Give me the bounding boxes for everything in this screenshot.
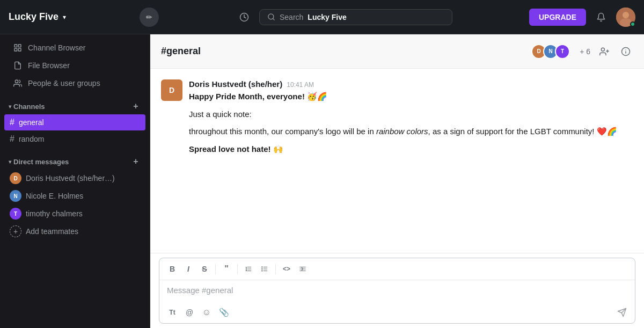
chat-header: #general D N T + 6	[150, 34, 644, 69]
dm-name-doris: Doris Hustvedt (she/her…)	[26, 174, 115, 183]
topbar: Lucky Five ▾ ✏ Search Lucky Five UPGRADE	[0, 0, 644, 34]
channel-hash-general: #	[10, 118, 14, 127]
channel-name-random: random	[19, 135, 44, 143]
workspace-name[interactable]: Lucky Five	[9, 11, 58, 23]
search-label: Search	[280, 13, 303, 21]
svg-line-2	[273, 18, 274, 20]
people-user-groups-label: People & user groups	[28, 79, 100, 88]
at-mention-button[interactable]: @	[182, 305, 197, 320]
toolbar-sep-2	[237, 264, 238, 274]
file-browser-icon	[13, 61, 23, 70]
message-paragraph-2: Just a quick note:	[189, 108, 633, 121]
toolbar-sep-1	[215, 264, 216, 274]
message-paragraph-1: Happy Pride Month, everyone! 🥳🌈	[189, 91, 633, 103]
add-channel-button[interactable]: +	[130, 101, 141, 112]
unordered-list-button[interactable]	[257, 261, 272, 276]
attach-file-button[interactable]: 📎	[216, 305, 231, 320]
indent-icon	[299, 265, 306, 273]
dm-avatar-nicole: N	[10, 190, 21, 202]
chat-area: #general D N T + 6 D	[150, 34, 644, 328]
history-button[interactable]	[236, 9, 253, 26]
code-button[interactable]: <>	[279, 261, 294, 276]
channel-item-random[interactable]: # random	[4, 131, 145, 147]
dm-label: Direct messages	[13, 158, 69, 166]
sidebar-item-channel-browser[interactable]: Channel Browser	[4, 39, 145, 56]
unordered-list-icon	[261, 265, 268, 273]
chat-messages: D Doris Hustvedt (she/her) 10:41 AM Happ…	[150, 69, 644, 253]
message-header-1: Doris Hustvedt (she/her) 10:41 AM	[189, 79, 633, 89]
chat-channel-title: #general	[161, 46, 201, 57]
svg-point-24	[262, 268, 262, 269]
dm-item-doris[interactable]: D Doris Hustvedt (she/her…)	[4, 170, 145, 187]
bold-button[interactable]: B	[165, 261, 180, 276]
send-button[interactable]	[614, 305, 630, 320]
message-text-1: Happy Pride Month, everyone! 🥳🌈 Just a q…	[189, 91, 633, 155]
svg-point-11	[601, 48, 604, 51]
message-1: D Doris Hustvedt (she/her) 10:41 AM Happ…	[161, 79, 633, 155]
composer: B I S " <>	[150, 253, 644, 328]
message-placeholder: Message #general	[167, 286, 233, 295]
add-teammates-label: Add teammates	[26, 227, 78, 236]
svg-rect-6	[14, 45, 17, 47]
svg-point-23	[262, 267, 262, 267]
search-icon	[267, 13, 275, 21]
main-layout: Channel Browser File Browser People & us…	[0, 34, 644, 328]
dm-item-nicole[interactable]: N Nicole E. Holmes	[4, 187, 145, 205]
workspace-chevron[interactable]: ▾	[63, 13, 66, 21]
channel-browser-label: Channel Browser	[28, 43, 85, 52]
user-avatar-container[interactable]	[616, 8, 635, 27]
add-dm-button[interactable]: +	[130, 156, 141, 167]
dm-name-timothy: timothy chalmers	[26, 209, 83, 218]
message-author-name: Doris Hustvedt (she/her)	[189, 79, 282, 89]
quote-button[interactable]: "	[219, 261, 234, 276]
svg-rect-9	[18, 48, 21, 51]
people-user-groups-icon	[13, 78, 23, 88]
upgrade-button[interactable]: UPGRADE	[529, 9, 586, 26]
add-teammates-button[interactable]: + Add teammates	[4, 223, 145, 240]
add-member-button[interactable]	[597, 44, 612, 59]
message-paragraph-3: throughout this month, our company's log…	[189, 126, 633, 138]
add-teammates-icon: +	[10, 225, 21, 237]
chat-header-right: D N T + 6	[535, 44, 633, 59]
dm-avatar-doris: D	[10, 172, 21, 184]
composer-footer: Tt @ ☺ 📎	[159, 302, 635, 323]
send-icon	[617, 308, 627, 317]
svg-rect-8	[14, 48, 17, 51]
user-status-indicator	[630, 21, 635, 27]
composer-toolbar: B I S " <>	[159, 258, 635, 280]
svg-rect-7	[18, 45, 21, 47]
ordered-list-button[interactable]	[241, 261, 256, 276]
topbar-center: Search Lucky Five	[165, 9, 523, 26]
sidebar-item-file-browser[interactable]: File Browser	[4, 57, 145, 74]
message-timestamp: 10:41 AM	[287, 81, 314, 89]
channels-label: Channels	[13, 103, 45, 111]
dm-section-header[interactable]: ▾ Direct messages +	[4, 152, 145, 169]
message-input[interactable]: Message #general	[159, 280, 635, 302]
info-icon	[621, 47, 631, 56]
italic-button[interactable]: I	[181, 261, 196, 276]
indent-button[interactable]	[295, 261, 310, 276]
edit-button[interactable]: ✏	[140, 8, 159, 27]
strikethrough-button[interactable]: S	[197, 261, 212, 276]
channel-item-general[interactable]: # general	[4, 114, 145, 130]
add-member-icon	[599, 47, 609, 56]
text-format-button[interactable]: Tt	[165, 305, 180, 320]
sidebar: Channel Browser File Browser People & us…	[0, 34, 150, 328]
emoji-button[interactable]: ☺	[199, 305, 214, 320]
dm-avatar-timothy: T	[10, 208, 21, 220]
history-icon	[239, 12, 249, 22]
notifications-button[interactable]	[592, 9, 610, 26]
channel-info-button[interactable]	[618, 44, 633, 59]
channels-chevron: ▾	[9, 104, 11, 110]
member-avatars: D N T	[535, 44, 570, 59]
channel-hash-random: #	[10, 134, 14, 144]
dm-chevron: ▾	[9, 159, 11, 165]
dm-item-timothy[interactable]: T timothy chalmers	[4, 205, 145, 222]
channels-section-header[interactable]: ▾ Channels +	[4, 97, 145, 114]
edit-icon: ✏	[146, 13, 152, 21]
sidebar-item-people-user-groups[interactable]: People & user groups	[4, 75, 145, 92]
topbar-right: UPGRADE	[529, 8, 635, 27]
ordered-list-icon	[245, 265, 252, 273]
search-bar[interactable]: Search Lucky Five	[259, 9, 452, 25]
svg-point-10	[15, 80, 18, 83]
